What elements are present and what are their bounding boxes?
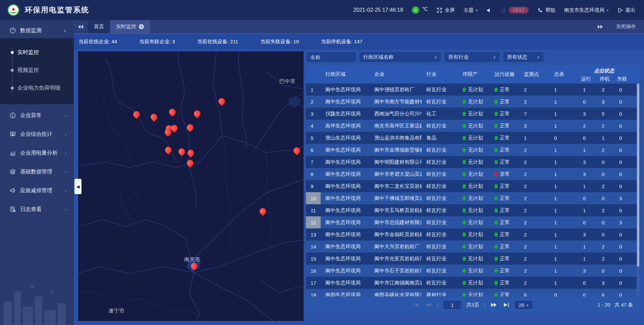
cell-offline: 0 [614,144,630,156]
table-row[interactable]: 3仪陇生态环境局西南油气田分公司川中化工无计划正常71350 [306,108,640,120]
cell-stop: 2 [597,120,614,132]
cell-stop: 2 [597,144,614,156]
chevron-left-icon: ‹ [65,132,66,137]
sidebar-subitem-1[interactable]: 实时监控 [0,44,74,61]
layers-icon [9,168,16,175]
tab-1[interactable]: 首页 [88,20,110,33]
cell-production: 无计划 [458,204,490,216]
theme-dropdown[interactable]: 主题 ▾ [464,7,478,13]
tabs-scroll-right-button[interactable] [593,25,607,29]
status-ok-dot [463,281,466,285]
sidebar-item-4[interactable]: 企业用电量分析‹ [0,145,74,161]
cell-facility: 正常 [490,108,519,120]
cell-industry: 建材行业 [422,289,458,296]
cell-offline: 0 [614,180,630,192]
cell-company: 营山县润丰肉食品有限 [370,132,422,144]
table-row[interactable]: 10阆中生态环境局阆中千佛镇五郎垭页岩砖瓦行业无计划正常21003 [306,192,640,204]
region-filter-select[interactable]: 行政区域名称 ∨ [359,51,441,63]
first-page-button[interactable] [413,301,420,309]
sidebar-item-1[interactable]: 数据监测∨ [0,23,74,38]
status-ok-dot [463,88,466,92]
cell-stop: 0 [597,168,614,180]
table-row[interactable]: 17阆中生态环境局阆中市江南镇阆南页岩砖瓦行业无计划正常21030 [306,277,640,289]
cell-industry: 砖瓦行业 [422,228,458,240]
cell-run: 0 [578,96,597,108]
table-row[interactable]: 16阆中生态环境局阆中市石子页岩机砖厂砖瓦行业无计划正常21300 [306,265,640,277]
cell-production: 无计划 [458,180,490,192]
sidebar-subitem-2[interactable]: 视频监控 [0,61,74,79]
name-filter-field[interactable] [306,51,356,63]
sidebar-item-6[interactable]: 应急减排管理‹ [0,183,74,198]
table-header: 行政区域 企业 行业 停限产 治污设施 监测点 总表 点位状态 运行 停机 失联 [306,65,640,84]
sidebar-item-label: 基础数据管理 [20,168,65,175]
table-row[interactable]: 1阆中生态环境局阆中强锐页岩砖厂砖瓦行业无计划正常21120 [306,84,640,96]
status-ok-dot [494,245,498,249]
tab-2[interactable]: 实时监控× [110,20,150,33]
col-header-facility: 治污设施 [490,65,519,84]
help-label: 帮助 [545,7,555,13]
sidebar-item-2[interactable]: 企业异常‹ [0,108,74,123]
col-header-offline: 失联 [614,74,630,84]
cell-facility: 正常 [490,180,519,192]
page-size-select[interactable]: 20 ∨ [514,300,533,310]
sidebar-item-label: 应急减排管理 [20,187,65,194]
map-collapse-button[interactable]: ◀ [74,179,82,194]
table-row[interactable]: 2阆中生态环境局阆中市南方节能建材有砖瓦行业无计划正常21030 [306,96,640,108]
sound-toggle[interactable] [486,7,492,13]
cell-meter: 1 [549,96,578,108]
cell-offline: 0 [614,289,630,296]
table-row[interactable]: 14阆中生态环境局阆中大兴页岩机砖厂砖瓦行业无计划正常21120 [306,240,640,253]
sidebar-item-label: 企业异常 [20,112,65,119]
cell-meter: 0 [549,289,578,296]
status-ok-dot [494,208,498,213]
table-scrollbar[interactable] [637,84,640,296]
cell-monitor: 2 [519,253,549,265]
page-number-input[interactable]: 1 [443,300,462,310]
prev-page-button[interactable] [425,301,432,309]
table-row[interactable]: 13阆中生态环境局阆中市金福旺页岩机砖砖瓦行业无计划正常21300 [306,228,640,240]
sidebar-item-3[interactable]: 企业综合统计‹ [0,126,74,142]
cell-run: 3 [578,265,597,277]
help-button[interactable]: 帮助 [537,7,555,13]
sidebar-item-7[interactable]: 日志查看‹ [0,202,74,217]
last-page-button[interactable] [502,301,509,309]
next-page-button[interactable] [490,301,497,309]
notification-count-badge: 2632 [509,7,529,13]
cell-company: 阆中市金博瑞新型墙材 [370,144,422,156]
cell-monitor: 3 [519,120,549,132]
industry-filter-select[interactable]: 所有行业 ∨ [444,51,500,63]
cell-industry: 砖瓦行业 [422,216,458,228]
temperature-unit: ℃ [422,6,428,12]
status-ok-dot [463,172,466,176]
cell-meter: 1 [549,144,578,156]
close-operations-button[interactable]: 关闭操作 [616,23,636,30]
table-row[interactable]: 7阆中生态环境局阆中明阳建材有限公司砖瓦行业无计划正常21300 [306,156,640,168]
cell-no: 16 [306,265,321,277]
tabs-scroll-left-button[interactable] [74,20,88,33]
org-dropdown[interactable]: 南充市生态环境局 ▾ [564,7,608,13]
map-panel[interactable]: 巴中市南充市遂宁市 [78,51,304,321]
sidebar-subitem-3[interactable]: 企业电力负荷明细 [0,79,74,97]
logout-button[interactable]: 退出 [617,7,635,13]
table-row[interactable]: 18南部生态环境局南部县砚化水泥有限公建材行业无计划正常60060 [306,289,640,296]
fullscreen-button[interactable]: 全屏 [437,7,455,13]
table-row[interactable]: 6阆中生态环境局阆中市金博瑞新型墙材砖瓦行业无计划正常21120 [306,144,640,156]
status-filter-select[interactable]: 所有状态 ∨ [503,51,544,63]
table-scrollbar-thumb[interactable] [637,84,639,267]
table-row[interactable]: 9阆中生态环境局阆中市二龙长宝页岩砖砖瓦行业无计划正常21120 [306,180,640,192]
name-filter-input[interactable] [310,54,352,60]
table-row[interactable]: 15阆中生态环境局阆中市光富页岩机砖厂砖瓦行业无计划正常21120 [306,253,640,265]
table-row[interactable]: 4高坪生态环境局南充市高坪区王家店建砖瓦行业无计划正常31220 [306,120,640,132]
cell-region: 阆中生态环境局 [321,277,370,289]
cell-no: 12 [306,216,321,228]
table-row[interactable]: 8阆中生态环境局阆中市枣碧大梁山页岩砖瓦行业无计划异常21300 [306,168,640,180]
table-row[interactable]: 5营山生态环境局营山县润丰肉食品有限食品无计划正常10010 [306,132,640,144]
sidebar-item-5[interactable]: 基础数据管理‹ [0,164,74,179]
app-logo-icon [7,4,19,16]
tab-close-icon[interactable]: × [139,24,144,29]
pagination-divider: | [437,302,438,309]
table-row[interactable]: 11阆中生态环境局阆中市五马桥页岩机砖砖瓦行业无计划正常21120 [306,204,640,216]
table-row[interactable]: 12阆中生态环境局阆中市忠信建材有限公砖瓦行业无计划正常21003 [306,216,640,228]
cell-monitor: 2 [519,216,549,228]
notifications-button[interactable]: 2632 [501,7,529,13]
